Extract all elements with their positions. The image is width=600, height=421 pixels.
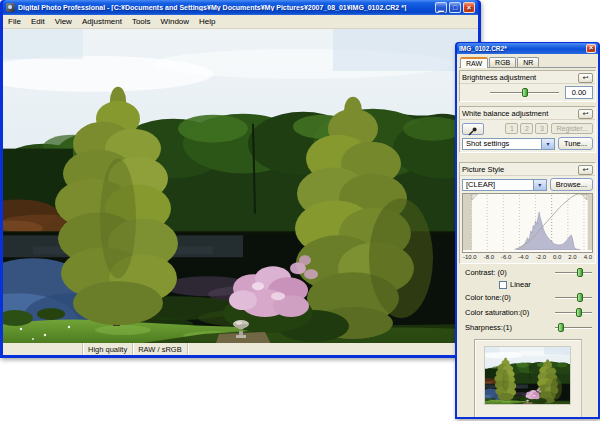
hist-tick: 0.0 — [553, 254, 561, 260]
white-balance-label: White balance adjustment — [462, 109, 548, 118]
menu-file[interactable]: File — [3, 17, 26, 26]
menu-tools[interactable]: Tools — [127, 17, 156, 26]
highlight-marker-handle[interactable] — [581, 194, 587, 200]
histogram-panel[interactable] — [462, 193, 593, 253]
status-quality: High quality — [83, 343, 133, 355]
menu-bar: FileEditViewAdjustmentToolsWindowHelp — [3, 15, 478, 29]
wb-register-button[interactable]: Register... — [551, 123, 593, 134]
wb-preset-3-button[interactable]: 3 — [535, 123, 548, 134]
main-titlebar[interactable]: Digital Photo Professional - [C:¥Documen… — [3, 0, 478, 15]
palette-body: RAWRGBNR Brightness adjustment ↩ — [457, 54, 598, 417]
status-spacer — [3, 343, 83, 355]
shadow-clip-band[interactable] — [463, 194, 472, 250]
highlight-clip-band[interactable] — [587, 194, 592, 250]
white-balance-section: White balance adjustment ↩ 123 Register.… — [459, 106, 596, 153]
shadow-marker-handle[interactable] — [472, 194, 478, 200]
white-balance-select[interactable]: Shot settings ▾ — [462, 138, 555, 150]
reset-icon: ↩ — [583, 110, 589, 117]
desktop: Digital Photo Professional - [C:¥Documen… — [0, 0, 600, 421]
menu-window[interactable]: Window — [156, 17, 194, 26]
wb-preset-1-button[interactable]: 1 — [505, 123, 518, 134]
hist-tick: 4.0 — [584, 254, 592, 260]
wb-preset-group: 123 — [503, 123, 548, 134]
hist-tick: -2.0 — [536, 254, 546, 260]
status-bar: High quality RAW / sRGB — [3, 343, 478, 355]
contrast-label: Contrast: (0) — [465, 268, 507, 277]
palette-tabs: RAWRGBNR — [459, 56, 596, 68]
reset-icon: ↩ — [583, 166, 589, 173]
picture-style-browse-button[interactable]: Browse... — [550, 178, 593, 191]
main-window: Digital Photo Professional - [C:¥Documen… — [0, 0, 481, 358]
menu-view[interactable]: View — [50, 17, 77, 26]
tab-nr[interactable]: NR — [517, 57, 539, 67]
palette-title: IMG_0102.CR2* — [459, 45, 507, 52]
sharpness-label: Sharpness:(1) — [465, 323, 512, 332]
photo-preview — [3, 29, 478, 343]
brightness-slider[interactable] — [490, 88, 559, 97]
histogram-axis-labels: -10.0-8.0-6.0-4.0-2.00.02.04.0 — [462, 253, 593, 261]
picture-style-reset-button[interactable]: ↩ — [578, 165, 593, 175]
color-saturation-slider[interactable] — [555, 308, 592, 317]
hist-tick: -8.0 — [484, 254, 494, 260]
close-icon[interactable]: × — [463, 2, 475, 13]
hist-tick: 2.0 — [568, 254, 576, 260]
thumbnail-panel — [474, 339, 582, 417]
tab-raw[interactable]: RAW — [460, 57, 488, 68]
window-controls: ▁ □ × — [435, 2, 475, 13]
color-tone-slider[interactable] — [555, 293, 592, 302]
hist-tick: -10.0 — [463, 254, 477, 260]
tool-palette-window: IMG_0102.CR2* × RAWRGBNR Brightness adju… — [455, 42, 600, 419]
wb-tune-button[interactable]: Tune... — [558, 137, 593, 150]
menu-help[interactable]: Help — [194, 17, 220, 26]
color-tone-label: Color tone:(0) — [465, 293, 511, 302]
picture-style-label: Picture Style — [462, 165, 504, 174]
color-tone-slider-thumb[interactable] — [577, 293, 583, 302]
app-icon — [6, 3, 15, 12]
white-balance-selected: Shot settings — [466, 139, 509, 148]
linear-checkbox[interactable] — [499, 281, 507, 289]
image-viewer[interactable] — [3, 29, 478, 343]
wb-preset-2-button[interactable]: 2 — [520, 123, 533, 134]
maximize-icon[interactable]: □ — [449, 2, 461, 13]
eyedropper-icon — [468, 127, 478, 136]
color-saturation-label: Color saturation:(0) — [465, 308, 529, 317]
palette-titlebar[interactable]: IMG_0102.CR2* × — [457, 43, 598, 54]
linear-label: Linear — [510, 280, 531, 289]
contrast-slider[interactable] — [555, 268, 592, 277]
brightness-slider-thumb[interactable] — [522, 88, 528, 97]
brightness-label: Brightness adjustment — [462, 73, 536, 82]
menu-edit[interactable]: Edit — [26, 17, 50, 26]
status-colorspace: RAW / sRGB — [133, 343, 187, 355]
reset-icon: ↩ — [583, 74, 589, 81]
main-window-title: Digital Photo Professional - [C:¥Documen… — [18, 4, 432, 11]
tab-rgb[interactable]: RGB — [489, 57, 516, 67]
palette-close-icon[interactable]: × — [586, 44, 596, 53]
minimize-icon[interactable]: ▁ — [435, 2, 447, 13]
brightness-value-input[interactable] — [565, 86, 593, 99]
sharpness-slider[interactable] — [555, 323, 592, 332]
picture-style-selected: [CLEAR] — [466, 180, 495, 189]
hist-tick: -4.0 — [518, 254, 528, 260]
menu-adjustment[interactable]: Adjustment — [77, 17, 127, 26]
brightness-section: Brightness adjustment ↩ — [459, 70, 596, 102]
color-saturation-slider-thumb[interactable] — [576, 308, 582, 317]
sharpness-slider-thumb[interactable] — [558, 323, 564, 332]
hist-tick: -6.0 — [501, 254, 511, 260]
contrast-slider-thumb[interactable] — [577, 268, 583, 277]
chevron-down-icon[interactable]: ▾ — [533, 180, 546, 190]
white-balance-reset-button[interactable]: ↩ — [578, 109, 593, 119]
picture-style-select[interactable]: [CLEAR] ▾ — [462, 179, 547, 191]
eyedropper-button[interactable] — [462, 123, 484, 135]
picture-style-section: Picture Style ↩ [CLEAR] ▾ Browse... — [459, 162, 596, 264]
photo-thumbnail[interactable] — [484, 346, 571, 405]
chevron-down-icon[interactable]: ▾ — [541, 139, 554, 149]
brightness-reset-button[interactable]: ↩ — [578, 73, 593, 83]
